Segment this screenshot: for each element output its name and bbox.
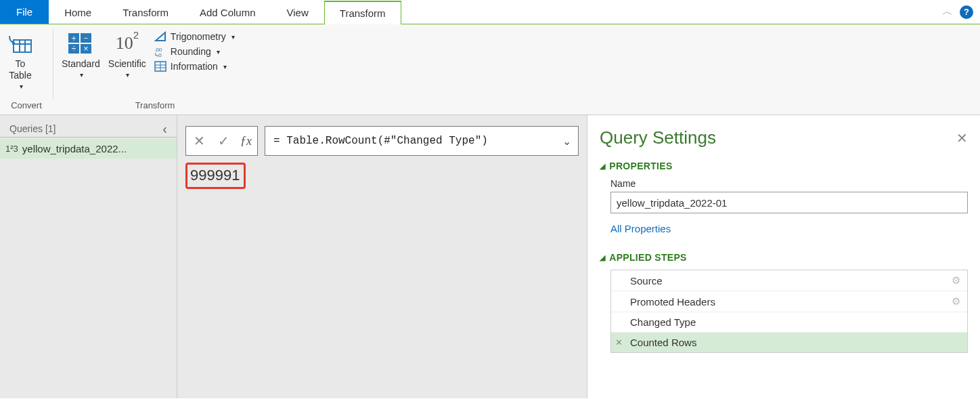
collapse-queries-icon[interactable]: ‹ — [162, 125, 169, 133]
ribbon-group-convert-label: Convert — [4, 99, 49, 112]
queries-pane: Queries [1] ‹ 1²3 yellow_tripdata_2022..… — [0, 115, 177, 398]
queries-header-label: Queries [1] — [9, 123, 55, 134]
svg-text:.0: .0 — [157, 52, 162, 57]
scientific-icon: 10 — [116, 33, 133, 54]
scientific-caret-icon: ▾ — [126, 71, 129, 79]
tab-view[interactable]: View — [271, 0, 324, 24]
to-table-caret-icon: ▾ — [20, 83, 23, 91]
collapse-ribbon-icon[interactable]: ︿ — [942, 5, 953, 19]
to-table-icon — [8, 33, 32, 54]
formula-bar[interactable]: = Table.RowCount(#"Changed Type") ⌄ — [265, 126, 579, 156]
scientific-exp: 2 — [133, 29, 139, 41]
tab-transform[interactable]: Transform — [107, 0, 184, 24]
all-properties-link[interactable]: All Properties — [610, 223, 671, 234]
tab-strip: File Home Transform Add Column View Tran… — [0, 0, 980, 24]
applied-step[interactable]: ✕ Counted Rows — [611, 333, 967, 352]
applied-steps-header[interactable]: ◢ APPLIED STEPS — [600, 252, 968, 263]
preview-pane: ✕ ✓ ƒx = Table.RowCount(#"Changed Type")… — [177, 115, 587, 398]
query-item[interactable]: 1²3 yellow_tripdata_2022... — [0, 139, 177, 159]
ribbon-group-convert: To Table ▾ Convert — [0, 24, 53, 114]
formula-controls: ✕ ✓ ƒx — [185, 126, 258, 156]
query-name-input[interactable] — [610, 192, 968, 213]
properties-header-label: PROPERTIES — [609, 161, 672, 171]
standard-label: Standard — [62, 58, 100, 70]
svg-text:－: － — [82, 33, 90, 43]
delete-step-icon[interactable]: ✕ — [615, 337, 623, 348]
rounding-icon: .00 .0 — [154, 46, 166, 57]
properties-collapse-icon: ◢ — [600, 162, 605, 171]
scientific-button[interactable]: 10 2 Scientific ▾ — [104, 27, 150, 99]
query-settings-pane: Query Settings ✕ ◢ PROPERTIES Name All P… — [587, 115, 980, 398]
applied-step[interactable]: Promoted Headers ⚙ — [611, 291, 967, 312]
applied-step-label: Changed Type — [630, 316, 696, 328]
queries-header: Queries [1] ‹ — [0, 115, 177, 138]
help-icon[interactable]: ? — [960, 5, 973, 19]
ribbon: To Table ▾ Convert ＋ － ÷ × — [0, 24, 980, 115]
standard-caret-icon: ▾ — [80, 71, 83, 79]
ribbon-group-transform-label: Transform — [58, 99, 252, 112]
trigonometry-button[interactable]: Trigonometry ▾ — [154, 31, 235, 42]
rounding-caret-icon: ▾ — [217, 48, 220, 56]
cancel-formula-icon[interactable]: ✕ — [192, 133, 206, 149]
steps-collapse-icon: ◢ — [600, 253, 605, 262]
applied-steps-list: Source ⚙ Promoted Headers ⚙ Changed Type… — [610, 270, 968, 353]
properties-header[interactable]: ◢ PROPERTIES — [600, 161, 968, 171]
information-button[interactable]: Information ▾ — [154, 61, 235, 72]
commit-formula-icon[interactable]: ✓ — [216, 133, 231, 149]
svg-text:×: × — [84, 44, 89, 54]
trigonometry-caret-icon: ▾ — [231, 33, 235, 41]
result-value: 999991 — [185, 163, 246, 189]
svg-marker-13 — [156, 33, 165, 41]
close-settings-icon[interactable]: ✕ — [956, 130, 968, 146]
applied-step-label: Promoted Headers — [630, 296, 715, 308]
rounding-button[interactable]: .00 .0 Rounding ▾ — [154, 46, 235, 57]
applied-steps-header-label: APPLIED STEPS — [609, 252, 686, 263]
formula-dropdown-icon[interactable]: ⌄ — [562, 135, 571, 148]
tab-home[interactable]: Home — [49, 0, 107, 24]
information-caret-icon: ▾ — [223, 63, 227, 70]
applied-step[interactable]: Source ⚙ — [611, 270, 967, 291]
formula-text: = Table.RowCount(#"Changed Type") — [273, 135, 488, 147]
trigonometry-icon — [154, 31, 166, 42]
applied-step[interactable]: Changed Type — [611, 312, 967, 333]
rounding-label: Rounding — [171, 46, 211, 57]
trigonometry-label: Trigonometry — [171, 31, 226, 42]
step-gear-icon[interactable]: ⚙ — [952, 274, 960, 287]
tab-file[interactable]: File — [0, 0, 49, 24]
standard-button[interactable]: ＋ － ÷ × Standard ▾ — [58, 27, 104, 99]
to-table-button[interactable]: To Table ▾ — [4, 27, 37, 99]
information-icon — [154, 61, 166, 72]
query-settings-title: Query Settings — [600, 127, 716, 148]
tab-add-column[interactable]: Add Column — [184, 0, 271, 24]
to-table-label: To Table — [9, 58, 31, 81]
name-label: Name — [610, 178, 968, 189]
tab-transform-context[interactable]: Transform — [324, 1, 401, 24]
step-gear-icon[interactable]: ⚙ — [952, 295, 960, 308]
information-label: Information — [171, 61, 218, 72]
svg-text:÷: ÷ — [72, 44, 76, 54]
workspace: Queries [1] ‹ 1²3 yellow_tripdata_2022..… — [0, 115, 980, 398]
standard-icon: ＋ － ÷ × — [67, 32, 94, 55]
svg-rect-0 — [14, 40, 31, 52]
ribbon-group-transform: ＋ － ÷ × Standard ▾ 10 2 Scientific ▾ — [53, 24, 257, 114]
scientific-label: Scientific — [108, 58, 146, 70]
svg-text:＋: ＋ — [70, 33, 78, 43]
applied-step-label: Counted Rows — [630, 337, 696, 348]
query-item-label: yellow_tripdata_2022... — [22, 143, 127, 154]
query-type-icon: 1²3 — [5, 144, 18, 154]
applied-step-label: Source — [630, 275, 663, 287]
fx-icon[interactable]: ƒx — [240, 134, 252, 148]
